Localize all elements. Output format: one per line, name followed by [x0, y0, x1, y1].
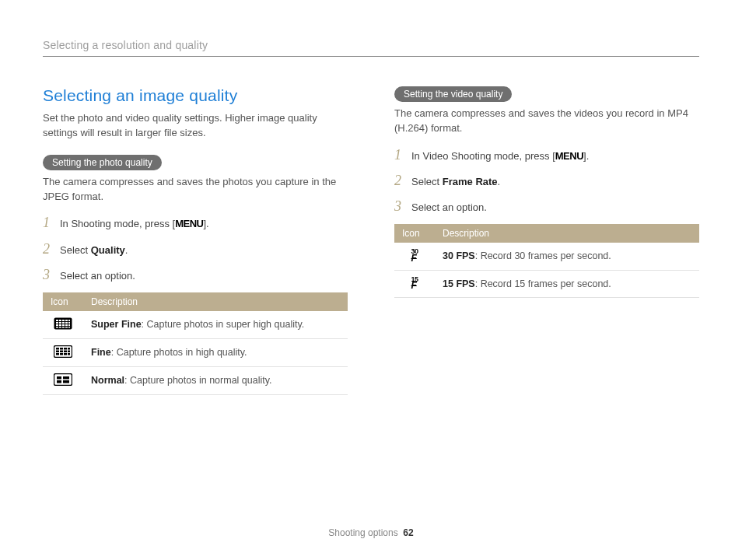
desc-text: : Record 15 frames per second. — [475, 278, 611, 289]
svg-rect-10 — [68, 322, 70, 324]
desc-text: : Capture photos in super high quality. — [142, 319, 305, 330]
subsection-intro: The camera compresses and saves the phot… — [43, 175, 348, 205]
step-text: Select Quality. — [60, 243, 128, 257]
step-fragment: In Video Shooting mode, press [ — [411, 150, 555, 162]
subsection-pill-photo: Setting the photo quality — [43, 155, 162, 170]
svg-rect-37 — [57, 380, 61, 383]
svg-rect-17 — [59, 327, 61, 328]
svg-rect-8 — [62, 322, 65, 324]
table-row: Super Fine: Capture photos in super high… — [43, 311, 348, 339]
fps-icon-cell: 30 F — [394, 243, 435, 270]
svg-rect-13 — [62, 324, 65, 326]
desc-bold: Super Fine — [91, 319, 142, 330]
fps-icon-cell: 15 F — [394, 270, 435, 297]
step-fragment: ]. — [583, 150, 589, 162]
step-number: 3 — [43, 267, 60, 283]
table-row: Normal: Capture photos in normal quality… — [43, 366, 348, 394]
step-3: 3 Select an option. — [394, 198, 699, 215]
normal-icon — [54, 373, 72, 386]
step-fragment: Select — [60, 244, 91, 256]
fps-f-glyph: F — [411, 255, 418, 261]
svg-rect-32 — [64, 353, 67, 355]
desc-bold: Fine — [91, 347, 111, 358]
fps-15-icon: 15 F — [411, 277, 418, 289]
svg-rect-27 — [60, 350, 63, 352]
step-text: In Shooting mode, press [MENU]. — [60, 217, 209, 231]
desc-bold: 30 FPS — [443, 250, 475, 261]
svg-rect-30 — [56, 353, 59, 355]
step-number: 1 — [394, 147, 411, 163]
svg-rect-22 — [56, 348, 59, 350]
svg-rect-11 — [56, 324, 58, 326]
menu-button-label: MENU — [175, 218, 203, 229]
fps-desc-cell: 30 FPS: Record 30 frames per second. — [435, 243, 699, 270]
manual-page: Selecting a resolution and quality Selec… — [0, 0, 742, 560]
page-footer: Shooting options 62 — [0, 527, 742, 538]
svg-rect-1 — [56, 320, 58, 321]
step-text: Select an option. — [60, 269, 135, 283]
svg-rect-16 — [56, 327, 58, 328]
svg-rect-14 — [65, 324, 68, 326]
table-row: 30 F 30 FPS: Record 30 frames per second… — [394, 243, 699, 270]
desc-bold: Normal — [91, 375, 124, 386]
quality-icon-cell — [43, 311, 83, 339]
left-column: Selecting an image quality Set the photo… — [43, 86, 348, 395]
page-number: 62 — [403, 527, 413, 538]
step-number: 3 — [394, 198, 411, 215]
subsection-intro: The camera compresses and saves the vide… — [394, 107, 699, 136]
svg-rect-9 — [65, 322, 68, 324]
step-number: 1 — [43, 215, 60, 231]
svg-rect-23 — [60, 348, 63, 350]
svg-rect-38 — [63, 380, 69, 383]
svg-rect-18 — [62, 327, 65, 328]
quality-icon-cell — [43, 366, 83, 394]
desc-text: : Capture photos in normal quality. — [124, 375, 271, 386]
desc-text: : Record 30 frames per second. — [475, 250, 611, 261]
frame-rate-table: Icon Description 30 F 30 FPS: Rec — [394, 224, 699, 298]
fps-30-icon: 30 F — [411, 249, 418, 261]
photo-quality-table: Icon Description Super Fine: Capture pho… — [43, 292, 348, 395]
step-2: 2 Select Frame Rate. — [394, 173, 699, 189]
svg-rect-25 — [68, 348, 70, 350]
svg-rect-26 — [56, 350, 59, 352]
step-1: 1 In Shooting mode, press [MENU]. — [43, 215, 348, 231]
step-fragment: . — [498, 176, 501, 187]
desc-text: : Capture photos in high quality. — [111, 347, 247, 358]
step-bold: Quality — [91, 244, 125, 256]
svg-rect-4 — [65, 320, 68, 321]
quality-desc-cell: Fine: Capture photos in high quality. — [83, 338, 348, 366]
step-fragment: In Shooting mode, press [ — [60, 218, 175, 229]
svg-rect-2 — [59, 320, 61, 321]
quality-desc-cell: Normal: Capture photos in normal quality… — [83, 366, 348, 394]
table-header-desc: Description — [435, 224, 699, 243]
svg-rect-3 — [62, 320, 65, 321]
quality-icon-cell — [43, 338, 83, 366]
table-header-icon: Icon — [394, 224, 435, 243]
footer-section: Shooting options — [328, 527, 397, 538]
step-bold: Frame Rate — [443, 176, 498, 187]
svg-rect-28 — [64, 350, 67, 352]
svg-rect-7 — [59, 322, 61, 324]
svg-rect-20 — [68, 327, 70, 328]
section-title: Selecting an image quality — [43, 86, 348, 105]
two-column-layout: Selecting an image quality Set the photo… — [43, 86, 699, 395]
svg-rect-29 — [68, 350, 70, 352]
svg-rect-6 — [56, 322, 58, 324]
step-text: Select an option. — [411, 201, 487, 215]
svg-rect-31 — [60, 353, 63, 355]
subsection-pill-video: Setting the video quality — [394, 86, 512, 102]
svg-rect-15 — [68, 324, 70, 326]
step-fragment: . — [125, 244, 128, 256]
svg-rect-5 — [68, 320, 70, 321]
svg-rect-24 — [64, 348, 67, 350]
step-fragment: ]. — [203, 218, 208, 229]
step-3: 3 Select an option. — [43, 267, 348, 283]
section-intro: Set the photo and video quality settings… — [43, 111, 348, 141]
desc-bold: 15 FPS — [443, 278, 475, 289]
table-header-desc: Description — [83, 292, 348, 311]
table-row: Fine: Capture photos in high quality. — [43, 338, 348, 366]
fps-desc-cell: 15 FPS: Record 15 frames per second. — [435, 270, 699, 297]
step-number: 2 — [43, 241, 60, 257]
svg-rect-34 — [54, 373, 72, 385]
steps-list: 1 In Shooting mode, press [MENU]. 2 Sele… — [43, 215, 348, 283]
